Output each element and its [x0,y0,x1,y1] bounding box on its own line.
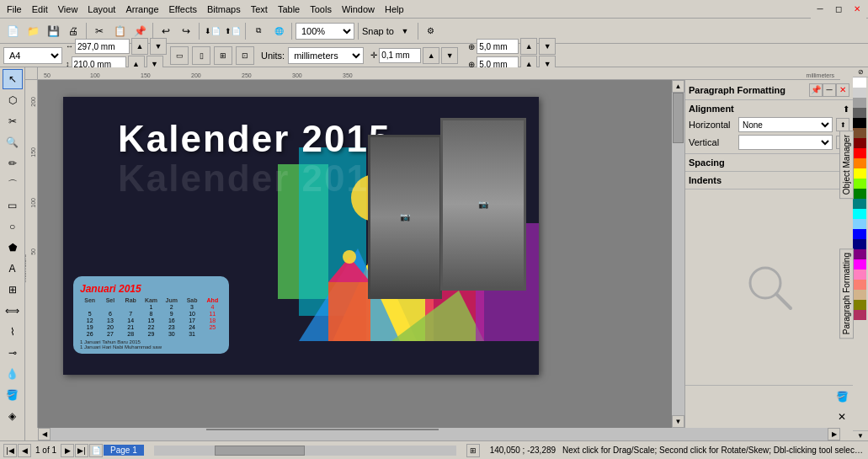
page-label[interactable]: Page 1 [104,445,144,456]
select-tool[interactable]: ↖ [3,69,23,89]
panel-minimize-btn[interactable]: ─ [823,83,836,97]
palette-scroll-down[interactable]: ▼ [853,430,868,440]
width-down-btn[interactable]: ▼ [150,38,167,55]
status-zoom-fit-btn[interactable]: ⊞ [466,444,480,457]
color-black[interactable] [853,118,866,128]
color-lightblue[interactable] [853,219,866,229]
ellipse-tool[interactable]: ○ [3,216,23,237]
color-teal[interactable] [853,199,866,209]
color-tan[interactable] [853,290,866,300]
color-green[interactable] [853,189,866,199]
polygon-tool[interactable]: ⬟ [3,238,23,258]
launcher-btn[interactable]: ⧉ [249,22,268,40]
shape-tool[interactable]: ⬡ [3,90,23,110]
color-white[interactable] [853,77,866,88]
color-salmon[interactable] [853,280,866,290]
text-tool[interactable]: A [3,259,23,279]
smartdraw-tool[interactable]: ⌒ [3,174,23,195]
nav-last-btn[interactable]: ▶| [75,444,88,457]
snap-dropdown-btn[interactable]: ▼ [396,22,414,40]
panel-delete-btn[interactable]: ✕ [833,408,851,426]
page-size-dropdown[interactable]: A4 [3,47,62,64]
panel-fill-btn[interactable]: 🪣 [833,387,851,406]
zoom-tool[interactable]: 🔍 [3,132,23,152]
menu-tools[interactable]: Tools [305,3,337,16]
menu-file[interactable]: File [2,3,27,16]
save-btn[interactable]: 💾 [44,22,62,40]
redo-btn[interactable]: ↪ [177,22,195,40]
menu-help[interactable]: Help [380,3,409,16]
indents-header[interactable]: Indents ⬇ [685,172,853,189]
rect-tool[interactable]: ▭ [3,195,23,216]
add-page-btn[interactable]: 📄 [89,444,103,457]
x-down-btn[interactable]: ▼ [539,38,556,55]
table-tool[interactable]: ⊞ [3,280,23,300]
scroll-track-v[interactable] [672,93,684,415]
color-darkred[interactable] [853,138,866,148]
export-btn[interactable]: ⬆📄 [223,22,242,40]
vertical-select[interactable] [738,135,833,150]
panel-close-btn[interactable]: ✕ [836,83,849,97]
curve-tool[interactable]: ✏ [3,153,23,173]
page-options-btn[interactable]: ⊞ [214,46,232,65]
restore-btn[interactable]: ◻ [829,0,848,19]
close-btn[interactable]: ✕ [848,0,866,19]
width-up-btn[interactable]: ▲ [131,38,148,55]
color-yellow[interactable] [853,168,866,179]
spacing-header[interactable]: Spacing ⬇ [685,154,853,171]
alignment-header[interactable]: Alignment ⬆ [689,104,849,114]
dropper-tool[interactable]: 💧 [3,364,23,384]
color-maroon[interactable] [853,310,866,320]
nav-first-btn[interactable]: |◀ [3,444,17,457]
new-btn[interactable]: 📄 [3,22,22,40]
menu-bitmaps[interactable]: Bitmaps [202,3,246,16]
nudge-up-btn[interactable]: ▲ [423,47,439,64]
scroll-thumb-h[interactable] [206,429,439,430]
bleed-btn[interactable]: ⊡ [236,46,254,65]
zoom-dropdown[interactable]: 100% [296,23,354,40]
menu-text[interactable]: Text [246,3,273,16]
color-navy[interactable] [853,239,866,249]
nav-prev-btn[interactable]: ◀ [18,444,31,457]
color-pink[interactable] [853,270,866,280]
units-dropdown[interactable]: millimeters [288,47,364,64]
menu-arrange[interactable]: Arrange [120,3,163,16]
color-darkgray[interactable] [853,108,866,118]
color-cyan[interactable] [853,209,866,219]
interactive-fill-tool[interactable]: ◈ [3,406,23,426]
nudge-input[interactable] [379,48,421,63]
status-scrollbar[interactable] [154,446,456,456]
nav-next-btn[interactable]: ▶ [61,444,74,457]
crop-tool[interactable]: ✂ [3,111,23,131]
dimension-tool[interactable]: ⟺ [3,301,23,321]
horizontal-expand-btn[interactable]: ⬆ [836,118,849,131]
color-lightgray[interactable] [853,88,866,98]
menu-window[interactable]: Window [337,3,380,16]
menu-view[interactable]: View [53,3,83,16]
connector-tool[interactable]: ⌇ [3,322,23,342]
color-magenta[interactable] [853,259,866,270]
panel-pin-btn[interactable]: 📌 [809,83,823,97]
color-olive[interactable] [853,300,866,310]
color-lime[interactable] [853,179,866,189]
menu-effects[interactable]: Effects [164,3,202,16]
color-gray[interactable] [853,98,866,108]
color-red[interactable] [853,148,866,158]
minimize-btn[interactable]: ─ [811,0,829,19]
no-color-swatch[interactable]: ⊘ [853,67,868,77]
color-orange[interactable] [853,158,866,168]
scroll-left-btn[interactable]: ◀ [38,428,51,440]
fill-tool[interactable]: 🪣 [3,385,23,405]
x-offset-input[interactable] [477,39,519,54]
scroll-thumb-v[interactable] [673,93,684,143]
color-purple[interactable] [853,249,866,259]
color-blue[interactable] [853,229,866,239]
color-brown[interactable] [853,128,866,138]
page-width-input[interactable] [75,39,130,54]
import-btn[interactable]: ⬇📄 [203,22,221,40]
menu-layout[interactable]: Layout [83,3,120,16]
paragraph-formatting-tab[interactable]: Paragraph Formatting [839,248,854,339]
scroll-track-h[interactable] [51,428,828,440]
status-scroll-thumb[interactable] [215,446,306,456]
scroll-down-btn[interactable]: ▼ [672,415,684,428]
